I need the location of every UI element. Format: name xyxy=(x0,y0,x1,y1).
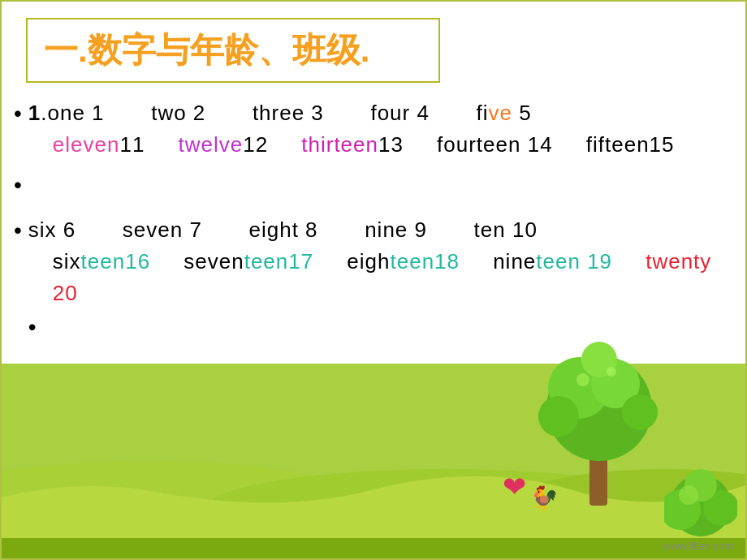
sixteen-prefix: six xyxy=(53,249,81,274)
bullet-row-2: • six 6 seven 7 eight 8 nine 9 ten 10 si… xyxy=(14,214,733,340)
sp6 xyxy=(320,249,340,274)
numbers-line-2: six 6 seven 7 eight 8 nine 9 ten 10 xyxy=(28,214,733,246)
svg-point-14 xyxy=(576,373,589,386)
num-five-prefix: fi xyxy=(436,101,488,125)
num-nine-9: 9 xyxy=(415,218,427,242)
bullet-1-content: 1.one 1 two 2 three 3 four 4 five 5 elev… xyxy=(28,97,675,164)
bush-right xyxy=(664,461,737,542)
bullet-row-1: • 1.one 1 two 2 three 3 four 4 five 5 el… xyxy=(14,97,733,164)
bird-decoration: 🐓 xyxy=(530,485,559,511)
heart-decoration: ❤ xyxy=(503,471,526,503)
slide-container: ❤ 🐓 一.数字与年龄、班级. • 1.one 1 two 2 three 3 … xyxy=(0,0,747,560)
num-five-num: 5 xyxy=(512,101,532,125)
num-two: two 2 xyxy=(111,101,206,125)
sp5 xyxy=(157,249,177,274)
watermark: www.3lian.com xyxy=(663,540,733,552)
eleven-num: 11 xyxy=(119,132,145,157)
nineteen-prefix: nine xyxy=(493,249,536,274)
empty-bullet: • xyxy=(14,169,733,198)
num-ten: ten 10 xyxy=(434,218,538,242)
numbers-line-2b: sixteen16 seventeen17 eighteen18 ninetee… xyxy=(53,246,733,309)
title-box: 一.数字与年龄、班级. xyxy=(26,18,440,83)
numbers-line-1b: eleven11 twelve12 thirteen13 fourteen 14… xyxy=(53,129,675,161)
numbers-line-1: 1.one 1 two 2 three 3 four 4 five 5 xyxy=(28,97,675,129)
svg-point-15 xyxy=(607,367,616,377)
sp3 xyxy=(410,132,430,157)
twelve: twelve xyxy=(179,132,244,157)
last-bullet-line: • xyxy=(28,314,733,340)
title-text: 一.数字与年龄、班级. xyxy=(44,31,369,69)
sp8 xyxy=(619,249,639,274)
bullet-marker-1: • xyxy=(14,101,22,127)
seventeen-suffix: teen17 xyxy=(244,249,314,274)
num-six: six 6 xyxy=(28,218,76,242)
num-nine: nine xyxy=(325,218,415,242)
content-area: • 1.one 1 two 2 three 3 four 4 five 5 el… xyxy=(14,91,733,345)
eighteen-prefix: eigh xyxy=(347,249,390,274)
sixteen-suffix: teen16 xyxy=(81,249,151,274)
eleven: eleven xyxy=(53,132,120,157)
sp4 xyxy=(559,132,580,157)
num-eight: eight 8 xyxy=(209,218,317,242)
thirteen-num: 13 xyxy=(378,132,404,157)
num-four: four 4 xyxy=(330,101,430,125)
bullet-marker-empty: • xyxy=(14,172,22,198)
sp7 xyxy=(466,249,486,274)
num-1: 1.one 1 xyxy=(28,101,105,125)
svg-point-12 xyxy=(538,396,579,437)
nineteen-suffix: teen 19 xyxy=(536,249,612,274)
sp2 xyxy=(274,132,295,157)
fourteen: fourteen 14 xyxy=(437,132,553,157)
num-seven: seven 7 xyxy=(83,218,202,242)
sp1 xyxy=(152,132,172,157)
bullet-marker-3: • xyxy=(28,314,37,339)
twelve-num: 12 xyxy=(243,132,268,157)
eighteen-suffix: teen18 xyxy=(390,249,460,274)
bullet-2-content: six 6 seven 7 eight 8 nine 9 ten 10 sixt… xyxy=(28,214,733,340)
bullet-marker-2: • xyxy=(14,218,22,243)
num-three: three 3 xyxy=(213,101,324,125)
seventeen-prefix: seven xyxy=(184,249,244,274)
fifteen: fifteen15 xyxy=(586,132,675,157)
thirteen: thirteen xyxy=(301,132,378,157)
svg-point-20 xyxy=(679,485,698,505)
svg-rect-6 xyxy=(2,538,745,558)
num-five-orange: ve xyxy=(488,101,512,125)
svg-point-13 xyxy=(622,394,658,430)
